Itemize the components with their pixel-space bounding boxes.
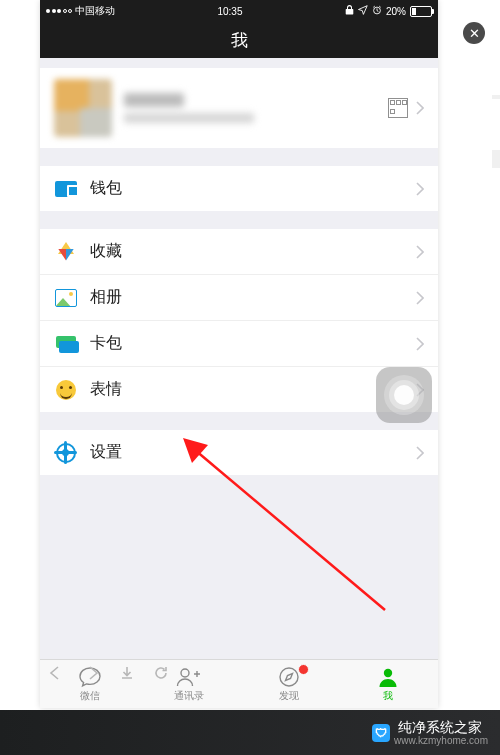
cell-label: 相册 <box>90 287 408 308</box>
battery-icon <box>410 6 432 17</box>
phone-frame: 中国移动 10:35 20% 我 <box>40 0 438 708</box>
cell-label: 卡包 <box>90 333 408 354</box>
tab-discover[interactable]: 发现 <box>239 660 339 708</box>
location-icon <box>358 5 368 17</box>
viewer-toolbar <box>48 666 168 680</box>
watermark-logo-icon: 🛡 <box>372 724 390 742</box>
battery-pct-label: 20% <box>386 6 406 17</box>
chevron-right-icon <box>416 182 424 196</box>
cell-cards[interactable]: 卡包 <box>40 321 438 367</box>
qr-code-icon[interactable] <box>388 98 408 118</box>
chevron-right-icon <box>416 291 424 305</box>
cards-icon <box>54 332 78 356</box>
watermark-url: www.kzmyhome.com <box>394 735 488 747</box>
svg-point-2 <box>181 669 189 677</box>
chevron-right-icon <box>416 446 424 460</box>
tab-label: 我 <box>383 689 393 703</box>
decorative-fragment <box>492 95 500 99</box>
tab-me[interactable]: 我 <box>339 660 439 708</box>
download-icon[interactable] <box>120 666 134 680</box>
cell-label: 收藏 <box>90 241 408 262</box>
tab-label: 通讯录 <box>174 689 204 703</box>
clock-label: 10:35 <box>217 6 242 17</box>
svg-point-4 <box>384 668 392 676</box>
avatar <box>54 79 112 137</box>
svg-point-3 <box>280 668 298 686</box>
discover-icon <box>278 666 300 688</box>
watermark-bar: 🛡 纯净系统之家 www.kzmyhome.com <box>0 710 500 755</box>
cell-wallet[interactable]: 钱包 <box>40 166 438 211</box>
refresh-icon[interactable] <box>154 666 168 680</box>
cell-settings[interactable]: 设置 <box>40 430 438 475</box>
emoji-icon <box>54 378 78 402</box>
me-icon <box>377 666 399 688</box>
album-icon <box>54 286 78 310</box>
cell-album[interactable]: 相册 <box>40 275 438 321</box>
profile-cell[interactable] <box>40 68 438 148</box>
section-wallet: 钱包 <box>40 166 438 211</box>
favorites-icon <box>54 240 78 264</box>
chevron-right-icon <box>416 101 424 115</box>
assistive-touch-button[interactable] <box>376 367 432 423</box>
content-area: 钱包 收藏 相册 卡包 <box>40 58 438 660</box>
settings-icon <box>54 441 78 465</box>
notification-badge <box>298 664 309 675</box>
tab-label: 微信 <box>80 689 100 703</box>
back-icon[interactable] <box>48 666 64 680</box>
page-title: 我 <box>231 29 248 52</box>
carrier-label: 中国移动 <box>75 4 115 18</box>
signal-dots-icon <box>46 9 72 13</box>
forward-icon[interactable] <box>84 666 100 680</box>
cell-label: 钱包 <box>90 178 408 199</box>
status-bar: 中国移动 10:35 20% <box>40 0 438 20</box>
lock-icon <box>345 5 354 17</box>
chevron-right-icon <box>416 337 424 351</box>
alarm-icon <box>372 5 382 17</box>
cell-label: 设置 <box>90 442 408 463</box>
section-settings: 设置 <box>40 430 438 475</box>
nav-bar: 我 <box>40 20 438 60</box>
watermark-title: 纯净系统之家 <box>398 719 482 735</box>
cell-label: 表情 <box>90 379 408 400</box>
chevron-right-icon <box>416 245 424 259</box>
decorative-fragment <box>492 150 500 168</box>
contacts-icon <box>176 666 202 688</box>
viewer-close-button[interactable]: ✕ <box>463 22 485 44</box>
cell-favorites[interactable]: 收藏 <box>40 229 438 275</box>
profile-name-block <box>124 93 388 123</box>
wallet-icon <box>54 177 78 201</box>
tab-label: 发现 <box>279 689 299 703</box>
